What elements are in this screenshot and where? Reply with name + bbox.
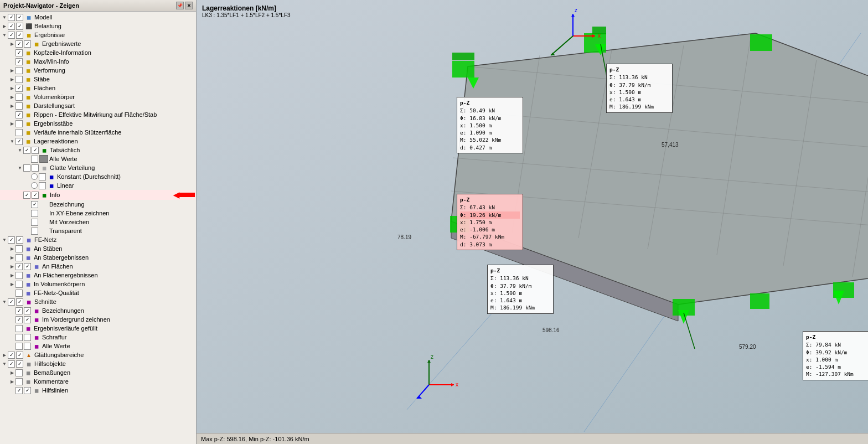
check-transparent[interactable]	[31, 228, 38, 235]
tree-item-rippen[interactable]: ◼ Rippen - Effektive Mitwirkung auf Fläc…	[0, 110, 196, 119]
tree-item-inxy[interactable]: In XY-Ebene zeichnen	[0, 209, 196, 218]
check-fenetz2[interactable]	[16, 236, 23, 244]
expand-flachen[interactable]	[9, 85, 16, 91]
expand-tatsachlich[interactable]	[17, 147, 23, 153]
tree-item-schraffur[interactable]: ◼ Schraffur	[0, 333, 196, 342]
tree-item-belastung[interactable]: ⬛ Belastung	[0, 22, 196, 30]
check-inxy[interactable]	[31, 210, 38, 217]
check-fenetz[interactable]	[8, 236, 15, 244]
check-anflachenergebnissen[interactable]	[16, 272, 23, 279]
tree-item-kommentare[interactable]: ◼ Kommentare	[0, 377, 196, 386]
expand-glatte-verteilung[interactable]	[17, 164, 23, 171]
check-bezeichnungen2[interactable]	[24, 307, 31, 314]
check-anstabergebnissen[interactable]	[16, 254, 23, 261]
check-belastung2[interactable]	[16, 23, 23, 30]
check-verformung[interactable]	[16, 67, 23, 74]
tree-item-darstellungsart[interactable]: ◼ Darstellungsart	[0, 101, 196, 110]
tree-item-ergebnisverlaufe[interactable]: ◼ Ergebnisverläufe gefüllt	[0, 324, 196, 333]
check-schraffur[interactable]	[16, 334, 23, 341]
expand-lagerreaktionen[interactable]	[9, 138, 16, 144]
check-ergebniswerte[interactable]	[16, 40, 23, 48]
check-schraffur2[interactable]	[24, 334, 31, 341]
check-info[interactable]	[23, 192, 30, 199]
tree-item-bezeichnungen[interactable]: ◼ Bezeichnungen	[0, 306, 196, 315]
check-kopfzeile[interactable]	[16, 49, 23, 56]
check-bemasungen[interactable]	[16, 369, 23, 376]
check-ergebnisstabe[interactable]	[16, 120, 23, 127]
tree-item-fenetzqualitat[interactable]: ◼ FE-Netz-Qualität	[0, 288, 196, 297]
tree-item-anstaben[interactable]: ◼ An Stäben	[0, 244, 196, 253]
check-imvordergrund2[interactable]	[24, 316, 31, 323]
tree-item-lagerreaktionen[interactable]: ◼ Lagerreaktionen	[0, 137, 196, 146]
tree-item-mitvorzeichen[interactable]: Mit Vorzeichen	[0, 218, 196, 226]
check-anflachen2[interactable]	[24, 263, 31, 270]
check-imvordergrund[interactable]	[16, 316, 23, 323]
3d-view-panel[interactable]: Lagerreaktionen [kN/m] LK3 : 1.35*LF1 + …	[197, 0, 868, 444]
check-info2[interactable]	[32, 192, 39, 199]
check-kommentare[interactable]	[16, 378, 23, 385]
tree-item-ergebnisstabe[interactable]: ◼ Ergebnisstäbe	[0, 119, 196, 128]
panel-pin-button[interactable]: 📌	[176, 2, 184, 9]
tree-item-tatsachlich[interactable]: ◼ Tatsächlich	[0, 146, 196, 154]
expand-belastung[interactable]	[1, 23, 8, 29]
expand-ergebnisse[interactable]	[1, 32, 8, 38]
expand-ergebnisstabe[interactable]	[9, 120, 16, 127]
tree-item-glatte-verteilung[interactable]: ◼ Glatte Verteilung	[0, 163, 196, 172]
check-verlaufe[interactable]	[16, 129, 23, 136]
expand-anflachenergebnissen[interactable]	[9, 272, 16, 278]
tree-item-anstabergebnissen[interactable]: ◼ An Stabergebnissen	[0, 253, 196, 262]
tree-item-verlaufe[interactable]: ◼ Verläufe innerhalb Stützenfläche	[0, 128, 196, 137]
check-alle-werte[interactable]	[31, 156, 38, 163]
panel-close-button[interactable]: ✕	[185, 2, 193, 9]
expand-ergebniswerte[interactable]	[9, 40, 16, 47]
expand-glattungsbereiche[interactable]	[1, 352, 8, 358]
tree-item-anflachenergebnissen[interactable]: ◼ An Flächenergebnissen	[0, 271, 196, 280]
tree-item-alle-werte2[interactable]: ◼ Alle Werte	[0, 342, 196, 350]
expand-darstellungsart[interactable]	[9, 102, 16, 109]
check-fenetzqualitat[interactable]	[16, 290, 23, 297]
tree-item-involumenkorpern[interactable]: ◼ In Volumenkörpern	[0, 280, 196, 288]
tree-item-hilfsobjekte[interactable]: ◼ Hilfsobjekte	[0, 359, 196, 368]
tree-item-modell[interactable]: ◼ Modell	[0, 13, 196, 22]
expand-verformung[interactable]	[9, 67, 16, 74]
check-maxmin[interactable]	[16, 58, 23, 65]
check-tatsachlich[interactable]	[23, 147, 30, 154]
check-flachen[interactable]	[16, 85, 23, 92]
check-modell[interactable]	[8, 14, 15, 21]
tree-item-transparent[interactable]: Transparent	[0, 226, 196, 235]
tree-item-info[interactable]: ◼ Info ◀	[0, 190, 196, 200]
tree-item-ergebnisse[interactable]: ◼ Ergebnisse	[0, 30, 196, 39]
expand-anstabergebnissen[interactable]	[9, 254, 16, 261]
check-volumenkorper[interactable]	[16, 94, 23, 101]
check-alle-werte2[interactable]	[16, 343, 23, 350]
tree-item-fenetz[interactable]: ◼ FE-Netz	[0, 235, 196, 244]
check-glattungsbereiche[interactable]	[8, 352, 15, 359]
expand-volumenkorper[interactable]	[9, 94, 16, 100]
check-ergebnisverlaufe[interactable]	[16, 325, 23, 332]
radio-linear[interactable]	[31, 182, 38, 189]
expand-anstaben[interactable]	[9, 245, 16, 252]
tree-item-ergebniswerte[interactable]: ◼ Ergebniswerte	[0, 39, 196, 48]
check-glatte-verteilung2[interactable]	[32, 164, 39, 172]
tree-item-anflachen[interactable]: ◼ An Flächen	[0, 262, 196, 271]
check-konstant[interactable]	[39, 173, 46, 180]
check-modell2[interactable]	[16, 14, 23, 21]
check-rippen[interactable]	[16, 111, 23, 118]
check-ergebniswerte2[interactable]	[24, 40, 31, 48]
tree-item-bezeichnung[interactable]: Bezeichnung	[0, 200, 196, 209]
check-anflachen[interactable]	[16, 263, 23, 270]
check-hilfsobjekte[interactable]	[8, 360, 15, 368]
check-schnitte2[interactable]	[16, 298, 23, 306]
check-glattungsbereiche2[interactable]	[16, 352, 23, 359]
check-alle-werte2b[interactable]	[24, 343, 31, 350]
expand-hilfsobjekte[interactable]	[1, 360, 8, 367]
check-hilfsobjekte2[interactable]	[16, 360, 23, 368]
tree-item-imvordergrund[interactable]: ◼ Im Vordergrund zeichnen	[0, 315, 196, 324]
radio-konstant[interactable]	[31, 173, 38, 180]
tree-item-alle-werte[interactable]: Alle Werte	[0, 154, 196, 163]
check-schnitte[interactable]	[8, 298, 15, 306]
expand-modell[interactable]	[1, 14, 8, 20]
check-linear[interactable]	[39, 182, 46, 189]
expand-anflachen[interactable]	[9, 263, 16, 270]
tree-item-verformung[interactable]: ◼ Verformung	[0, 66, 196, 75]
